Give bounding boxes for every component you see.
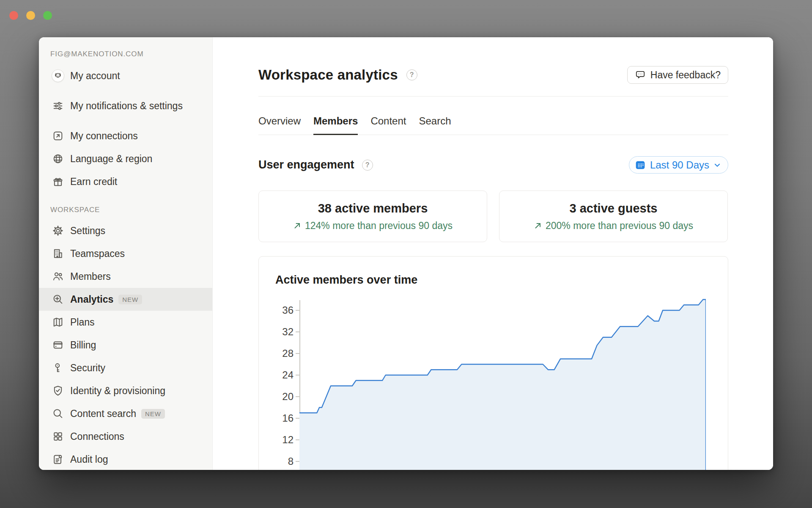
sidebar-item-billing[interactable]: Billing [39, 334, 212, 356]
sidebar-item-my-connections[interactable]: My connections [39, 124, 212, 147]
tab-overview[interactable]: Overview [258, 115, 301, 135]
sidebar-item-label: Identity & provisioning [70, 384, 165, 397]
sidebar-item-label: My connections [70, 130, 138, 142]
notion-settings-window: FIG@MAKENOTION.COM My accountMy notifica… [39, 37, 773, 470]
sidebar-item-label: Audit log [70, 453, 108, 466]
have-feedback-button[interactable]: Have feedback? [627, 66, 728, 84]
sidebar-item-security[interactable]: Security [39, 356, 212, 379]
active-members-chart-card: Active members over time 363228242016128 [258, 256, 728, 470]
sidebar-item-label: Billing [70, 339, 96, 351]
y-tick-label: 36 [274, 304, 294, 317]
zoom-window-button[interactable] [43, 11, 52, 20]
sidebar-item-earn-credit[interactable]: Earn credit [39, 170, 212, 193]
sidebar-item-label: Plans [70, 316, 95, 329]
sliders-icon [52, 99, 64, 112]
sidebar-item-label: My notifications & settings [70, 99, 183, 112]
sidebar-item-label: Earn credit [70, 175, 117, 188]
sidebar-item-content-search[interactable]: Content searchNEW [39, 402, 212, 425]
sidebar-item-members[interactable]: Members [39, 265, 212, 288]
sidebar-item-label: Connections [70, 430, 124, 443]
speech-bubble-icon [635, 69, 646, 80]
tab-members[interactable]: Members [313, 115, 358, 135]
date-range-label: Last 90 Days [650, 159, 709, 171]
account-email-heading: FIG@MAKENOTION.COM [39, 50, 212, 58]
stat-delta-text: 124% more than previous 90 days [305, 220, 453, 232]
account-nav: My accountMy notifications & settingsMy … [39, 64, 212, 193]
analytics-tabs: OverviewMembersContentSearch [258, 97, 728, 135]
help-icon[interactable]: ? [406, 69, 417, 80]
people-icon [52, 270, 64, 283]
grid-icon [52, 430, 64, 443]
sidebar-item-connections[interactable]: Connections [39, 425, 212, 448]
sidebar-item-label: Analytics [70, 293, 113, 306]
y-tick-label: 24 [274, 369, 294, 381]
sidebar-item-plans[interactable]: Plans [39, 311, 212, 334]
gift-icon [52, 175, 64, 188]
sidebar-item-language-region[interactable]: Language & region [39, 147, 212, 170]
user-engagement-title-group: User engagement ? [258, 158, 373, 171]
settings-sidebar: FIG@MAKENOTION.COM My accountMy notifica… [39, 37, 213, 470]
new-badge: NEW [141, 409, 165, 419]
search-icon [52, 407, 64, 420]
page-title: Workspace analytics [258, 67, 398, 83]
user-engagement-title: User engagement [258, 158, 354, 171]
sidebar-item-analytics[interactable]: AnalyticsNEW [39, 288, 212, 311]
key-icon [52, 362, 64, 374]
stat-card-active-guests: 3 active guests 200% more than previous … [499, 190, 728, 242]
globe-icon [52, 152, 64, 165]
arrow-up-right-icon [52, 130, 64, 142]
active-members-area-chart [299, 297, 706, 470]
stat-value: 3 active guests [570, 202, 658, 215]
sidebar-item-settings[interactable]: Settings [39, 219, 212, 242]
shield-check-icon [52, 384, 64, 397]
engagement-stats: 38 active members 124% more than previou… [258, 190, 728, 242]
sidebar-item-label: Security [70, 362, 105, 374]
window-controls [9, 11, 52, 20]
page-header: Workspace analytics ? Have feedback? [258, 66, 728, 84]
date-range-dropdown[interactable]: Last 90 Days [629, 156, 728, 174]
sidebar-item-label: My account [70, 69, 120, 82]
map-icon [52, 316, 64, 329]
trend-up-arrow-icon [293, 221, 302, 230]
sidebar-item-label: Members [70, 270, 111, 283]
y-tick-label: 28 [274, 347, 294, 360]
stat-card-active-members: 38 active members 124% more than previou… [258, 190, 487, 242]
user-engagement-header: User engagement ? [258, 156, 728, 174]
sidebar-item-label: Teamspaces [70, 247, 125, 260]
stat-delta: 200% more than previous 90 days [534, 220, 693, 232]
sidebar-item-label: Content search [70, 407, 136, 420]
chart-area-fill [299, 300, 706, 470]
sidebar-item-label: Settings [70, 224, 105, 237]
tab-content[interactable]: Content [370, 115, 406, 135]
sidebar-item-my-account[interactable]: My account [39, 64, 212, 87]
analytics-magnifier-icon [52, 293, 64, 306]
chevron-down-icon [713, 161, 721, 169]
gear-icon [52, 224, 64, 237]
scroll-icon [52, 453, 64, 466]
y-tick-label: 12 [274, 433, 294, 446]
main-content: Workspace analytics ? Have feedback? [213, 37, 773, 470]
close-window-button[interactable] [9, 11, 18, 20]
stat-delta-text: 200% more than previous 90 days [546, 220, 693, 232]
y-tick-label: 8 [274, 455, 294, 468]
y-tick-label: 32 [274, 326, 294, 338]
y-tick-label: 20 [274, 390, 294, 403]
y-tick-label: 16 [274, 412, 294, 425]
sidebar-item-label: Language & region [70, 152, 152, 165]
trend-up-arrow-icon [534, 221, 542, 230]
chart-title: Active members over time [275, 273, 417, 287]
sidebar-item-audit-log[interactable]: Audit log [39, 448, 212, 470]
page-title-group: Workspace analytics ? [258, 67, 417, 83]
workspace-nav: SettingsTeamspacesMembersAnalyticsNEWPla… [39, 219, 212, 470]
stat-delta: 124% more than previous 90 days [293, 220, 453, 232]
credit-card-icon [52, 339, 64, 351]
help-icon[interactable]: ? [362, 160, 373, 171]
sidebar-item-my-notifications-settings[interactable]: My notifications & settings [39, 87, 212, 124]
calendar-icon [635, 160, 646, 171]
new-badge: NEW [118, 295, 142, 304]
sidebar-item-identity-provisioning[interactable]: Identity & provisioning [39, 379, 212, 402]
sidebar-item-teamspaces[interactable]: Teamspaces [39, 242, 212, 265]
tab-search[interactable]: Search [419, 115, 451, 135]
building-icon [52, 247, 64, 260]
minimize-window-button[interactable] [26, 11, 35, 20]
